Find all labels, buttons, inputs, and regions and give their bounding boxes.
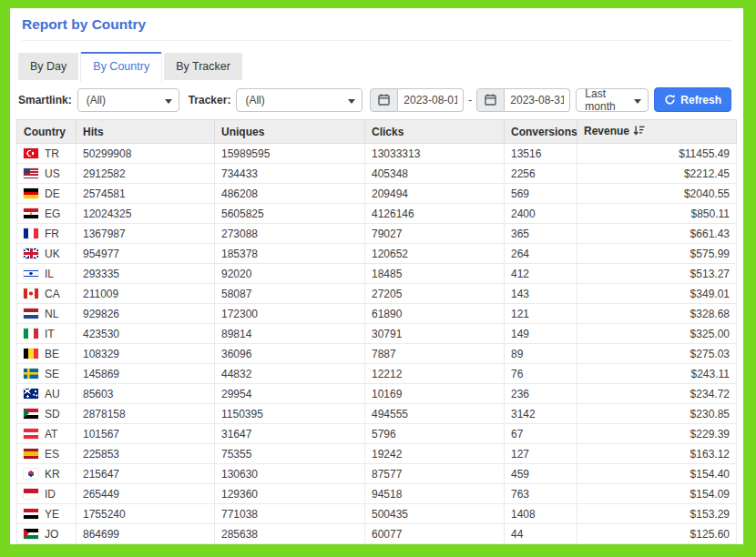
flag-us-icon xyxy=(24,168,38,178)
table-row: JO 864699 285638 60077 44 $125.60 xyxy=(17,524,737,544)
country-code: IT xyxy=(45,328,55,340)
date-from-calendar-button[interactable] xyxy=(370,88,398,112)
flag-be-icon xyxy=(24,349,38,359)
column-header-clicks[interactable]: Clicks xyxy=(365,120,505,144)
conversions-cell: 459 xyxy=(505,464,577,484)
country-code: BE xyxy=(45,348,59,360)
country-code: NL xyxy=(45,308,58,320)
table-row: AU 85603 29954 10169 236 $234.72 xyxy=(17,384,737,404)
smartlink-select[interactable]: (All) xyxy=(77,88,179,112)
flag-il-icon xyxy=(24,268,38,278)
flag-es-icon xyxy=(24,449,38,459)
caret-down-icon xyxy=(634,99,641,104)
country-cell: ES xyxy=(24,448,69,461)
date-to-calendar-button[interactable] xyxy=(476,88,505,112)
clicks-cell: 53369 xyxy=(365,544,505,545)
clicks-cell: 12212 xyxy=(365,364,505,384)
country-cell: IT xyxy=(24,328,69,340)
uniques-cell: 273088 xyxy=(215,224,365,244)
country-code: EG xyxy=(45,208,60,220)
uniques-cell: 36096 xyxy=(215,344,365,364)
revenue-cell: $850.11 xyxy=(577,204,737,224)
table-row: IT 423530 89814 30791 149 $325.00 xyxy=(17,324,737,344)
caret-down-icon xyxy=(348,99,355,104)
conversions-cell: 2400 xyxy=(505,204,577,224)
revenue-cell: $349.01 xyxy=(577,284,737,304)
date-to-input[interactable] xyxy=(505,88,570,112)
table-row: TR 50299908 15989595 13033313 13516 $114… xyxy=(17,144,737,164)
uniques-cell: 92020 xyxy=(215,264,365,284)
hits-cell: 225853 xyxy=(77,444,215,464)
uniques-cell: 44832 xyxy=(215,364,365,384)
country-cell: NL xyxy=(24,308,69,320)
revenue-cell: $229.39 xyxy=(577,424,737,444)
country-cell: TR xyxy=(24,147,69,160)
column-header-hits[interactable]: Hits xyxy=(77,120,215,144)
country-code: YE xyxy=(45,508,59,521)
date-range-preset-select[interactable]: Last month xyxy=(576,88,649,112)
hits-cell: 954977 xyxy=(77,244,215,264)
table-row: SD 2878158 1150395 494555 3142 $230.85 xyxy=(17,404,737,424)
hits-cell: 864699 xyxy=(77,524,215,544)
hits-cell: 265449 xyxy=(77,484,215,504)
clicks-cell: 79027 xyxy=(365,224,505,244)
clicks-cell: 27205 xyxy=(365,284,505,304)
tracker-label: Tracker: xyxy=(189,94,231,106)
clicks-cell: 4126146 xyxy=(365,204,505,224)
conversions-cell: 121 xyxy=(505,304,577,324)
column-header-conversions[interactable]: Conversions xyxy=(505,120,577,144)
uniques-cell: 60279 xyxy=(215,544,365,545)
country-code: US xyxy=(45,167,60,180)
tab-by-tracker[interactable]: By Tracker xyxy=(164,53,242,80)
country-cell: YE xyxy=(24,508,69,521)
flag-at-icon xyxy=(24,429,38,439)
revenue-cell: $153.29 xyxy=(577,504,737,524)
report-table: Country Hits Uniques Clicks Conversions … xyxy=(16,119,737,544)
uniques-cell: 185378 xyxy=(215,244,365,264)
hits-cell: 293335 xyxy=(77,264,215,284)
table-header-row: Country Hits Uniques Clicks Conversions … xyxy=(17,120,737,144)
tab-bar: By Day By Country By Tracker xyxy=(18,52,731,80)
hits-cell: 1755240 xyxy=(77,504,215,524)
uniques-cell: 5605825 xyxy=(215,204,365,224)
column-header-uniques[interactable]: Uniques xyxy=(215,120,365,144)
country-cell: US xyxy=(24,167,69,180)
tab-by-day[interactable]: By Day xyxy=(18,53,78,80)
table-row: YE 1755240 771038 500435 1408 $153.29 xyxy=(17,504,737,524)
hits-cell: 145869 xyxy=(77,364,215,384)
revenue-cell: $513.27 xyxy=(577,264,737,284)
date-from-input[interactable] xyxy=(398,88,464,112)
hits-cell: 50299908 xyxy=(77,144,215,164)
flag-se-icon xyxy=(24,369,38,379)
refresh-button[interactable]: Refresh xyxy=(654,87,731,112)
clicks-cell: 61890 xyxy=(365,304,505,324)
tracker-select[interactable]: (All) xyxy=(236,88,363,112)
uniques-cell: 75355 xyxy=(215,444,365,464)
refresh-button-label: Refresh xyxy=(680,94,721,106)
flag-ye-icon xyxy=(24,509,38,519)
hits-cell: 108329 xyxy=(77,344,215,364)
tab-by-country[interactable]: By Country xyxy=(80,52,162,82)
flag-de-icon xyxy=(24,188,38,198)
clicks-cell: 87577 xyxy=(365,464,505,484)
flag-it-icon xyxy=(24,329,38,339)
country-code: KR xyxy=(45,468,60,481)
flag-uk-icon xyxy=(24,248,38,258)
table-row: ID 265449 129360 94518 763 $154.09 xyxy=(17,484,737,504)
hits-cell: 101567 xyxy=(77,424,215,444)
country-cell: EG xyxy=(24,208,69,220)
conversions-cell: 143 xyxy=(505,284,577,304)
country-code: AU xyxy=(45,388,60,400)
country-code: TR xyxy=(45,147,59,160)
column-header-revenue-label: Revenue xyxy=(584,125,629,137)
country-code: FR xyxy=(45,228,59,240)
country-cell: IL xyxy=(24,268,69,280)
clicks-cell: 5796 xyxy=(365,424,505,444)
country-code: JO xyxy=(45,528,58,541)
column-header-revenue[interactable]: Revenue xyxy=(577,120,737,144)
flag-fr-icon xyxy=(24,228,38,238)
table-row: DE 2574581 486208 209494 569 $2040.55 xyxy=(17,184,737,204)
title-bar: Report by Country xyxy=(22,8,731,41)
country-cell: AU xyxy=(24,388,69,400)
column-header-country[interactable]: Country xyxy=(17,120,77,144)
